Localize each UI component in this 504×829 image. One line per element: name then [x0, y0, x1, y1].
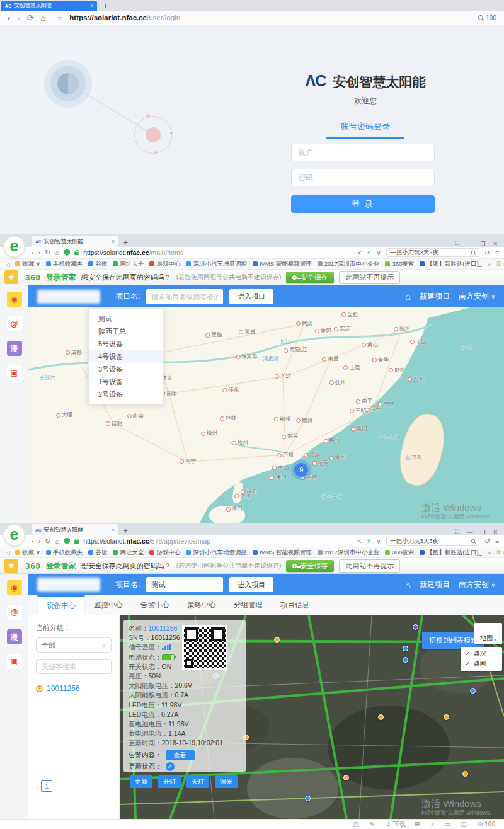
project-search-input[interactable] [146, 289, 223, 304]
tab-close-icon[interactable]: × [90, 3, 93, 9]
bookmark-item[interactable]: 收藏 ∨ [15, 549, 40, 557]
accelerate-icon[interactable]: ⚡ [367, 537, 371, 545]
password-field[interactable] [291, 169, 435, 186]
back-icon[interactable]: ‹ [32, 249, 34, 256]
new-project-link[interactable]: 新建项目 [420, 291, 450, 302]
bookmark-item[interactable]: 2017深圳市中小企业 [318, 260, 380, 268]
bookmark-item[interactable]: 深圳小汽车增量调控 [186, 260, 247, 268]
bookmark-item[interactable]: 手机收藏夹 [46, 260, 83, 268]
poi-marker-icon[interactable] [444, 714, 449, 720]
forward-icon[interactable]: › [38, 538, 41, 545]
status-bar-icon[interactable]: ⊙100 [478, 821, 495, 828]
dismiss-site-button[interactable]: 此网站不再提示 [339, 559, 400, 573]
bookmarks-overflow-icon[interactable]: » [488, 549, 491, 556]
new-project-link[interactable]: 新建项目 [420, 580, 450, 590]
url-text[interactable]: https://solariot.nfac.cc/576/app/device/… [83, 537, 210, 545]
login-method-tab[interactable]: 账号密码登录 [271, 121, 460, 139]
page-number[interactable]: 1 [41, 780, 52, 792]
bookmark-item[interactable]: IVMS 智能视频管理 [253, 549, 312, 557]
reload-icon[interactable]: ⟳ [27, 14, 34, 22]
collapse-icon[interactable]: ◁ [5, 261, 9, 268]
device-action-button[interactable]: 关灯 [186, 775, 209, 788]
dismiss-site-button[interactable]: 此网站不再提示 [339, 271, 400, 284]
chevron-down-icon[interactable]: ∨ [376, 249, 381, 256]
status-bar-icon[interactable]: ◫ [461, 821, 468, 828]
toolbar-extension-icon[interactable]: ⚿∨ [496, 260, 504, 268]
side-shortcut-icon[interactable]: 漫 [7, 629, 22, 644]
status-bar-icon[interactable]: ◰ [353, 821, 360, 828]
bookmark-item[interactable]: 手机收藏夹 [46, 549, 83, 557]
window-control-icon[interactable]: ⛶ [455, 240, 459, 247]
dropdown-item[interactable]: 陕西王总 [89, 325, 163, 338]
new-tab-button[interactable]: + [123, 527, 128, 535]
bookmark-star-icon[interactable]: ☆ [56, 14, 62, 22]
browser-tab[interactable]: AC 安创智慧太阳能 × [32, 236, 118, 247]
bookmark-item[interactable]: 谷歌 [88, 549, 107, 557]
home-icon[interactable]: ⌂ [55, 249, 60, 256]
window-control-icon[interactable]: ✕ [493, 241, 498, 247]
side-shortcut-icon[interactable]: @ [7, 605, 22, 620]
poi-marker-icon[interactable] [274, 637, 280, 643]
menu-icon[interactable]: ≡ [495, 249, 499, 256]
back-icon[interactable]: ‹ [8, 14, 10, 22]
device-list-item[interactable]: 10011256 [36, 684, 112, 693]
bookmark-item[interactable]: 【图】新胜达(进口)_ [420, 260, 482, 268]
save-password-button[interactable]: 安全保存 [286, 272, 334, 283]
new-tab-button[interactable]: + [123, 238, 128, 247]
restore-session-icon[interactable]: ↺ [484, 537, 490, 545]
bookmark-item[interactable]: 【图】新胜达(进口)_ [420, 549, 482, 557]
collapse-icon[interactable]: ◁ [5, 549, 9, 556]
status-bar-icon[interactable]: ⇣下载 [386, 820, 405, 829]
map-type-control[interactable]: 地图▾ [474, 623, 502, 644]
module-tab[interactable]: 设备中心 [37, 595, 85, 615]
home-icon[interactable]: ⌂ [41, 14, 46, 22]
share-icon[interactable]: < [358, 537, 362, 545]
poi-marker-icon[interactable] [305, 796, 311, 801]
module-tab[interactable]: 分组管理 [225, 595, 272, 615]
url-text[interactable]: https://solariot.nfac.cc/main/home [83, 249, 183, 256]
reload-icon[interactable]: ↻ [45, 249, 50, 256]
bookmark-item[interactable]: 2017深圳市中小企业 [318, 549, 380, 557]
tab-close-icon[interactable]: × [112, 238, 115, 244]
user-menu[interactable]: 南方安创 ∨ [459, 291, 495, 302]
dropdown-item[interactable]: 2号设备 [89, 388, 163, 401]
url-text[interactable]: https://solariot.nfac.cc/user/login [69, 14, 180, 21]
satellite-map[interactable]: 切换到列表模式 地图▾ ✓路况✓路网 名称：10011256SN号：100112… [120, 615, 504, 819]
keyword-search-input[interactable] [36, 659, 112, 674]
device-action-button[interactable]: 调光 [215, 775, 238, 788]
dropdown-item[interactable]: 5号设备 [89, 338, 163, 350]
home-icon[interactable]: ⌂ [405, 580, 411, 590]
side-shortcut-icon[interactable]: @ [7, 316, 22, 331]
bookmark-item[interactable]: 360搜索 [385, 549, 414, 557]
new-tab-button[interactable]: + [103, 2, 108, 11]
security-shield-icon[interactable] [64, 538, 70, 545]
browser-tab[interactable]: AC 安创智慧太阳能 × [32, 524, 118, 535]
status-bar-icon[interactable]: ✎ [370, 821, 377, 828]
bookmark-item[interactable]: 游戏中心 [149, 549, 180, 557]
poi-marker-icon[interactable] [378, 714, 384, 720]
window-control-icon[interactable]: ❐ [480, 529, 485, 535]
view-alarm-button[interactable]: 查看 [166, 750, 195, 760]
window-control-icon[interactable]: ⛶ [455, 529, 459, 535]
status-bar-icon[interactable]: ♪ [430, 821, 435, 828]
favorites-star-icon[interactable]: ★ [4, 270, 18, 284]
device-action-button[interactable]: 更新 [130, 775, 152, 788]
side-shortcut-icon[interactable]: ▣ [7, 654, 22, 669]
device-action-button[interactable]: 开灯 [158, 775, 181, 788]
module-tab[interactable]: 监控中心 [85, 595, 132, 615]
bookmark-item[interactable]: 收藏 ∨ [15, 260, 40, 268]
poi-marker-icon[interactable] [470, 688, 476, 694]
browser-360-logo-icon[interactable]: e [3, 524, 25, 546]
accelerate-icon[interactable]: ⚡ [367, 249, 371, 256]
bookmark-item[interactable]: 360搜索 [385, 260, 414, 268]
side-shortcut-icon[interactable]: 漫 [7, 341, 22, 356]
user-menu[interactable]: 南方安创 ∨ [459, 580, 495, 590]
status-bar-icon[interactable]: ▭ [444, 821, 452, 828]
module-tab[interactable]: 策略中心 [178, 595, 225, 615]
security-shield-icon[interactable] [64, 249, 70, 256]
layer-option[interactable]: ✓路况 [465, 649, 498, 659]
status-bar-icon[interactable]: ⊞ [415, 821, 421, 828]
bookmarks-overflow-icon[interactable]: » [488, 261, 491, 268]
browser-search-box[interactable]: 一把小刀玩3天3夜 [386, 537, 479, 546]
reload-icon[interactable]: ↻ [45, 538, 50, 545]
